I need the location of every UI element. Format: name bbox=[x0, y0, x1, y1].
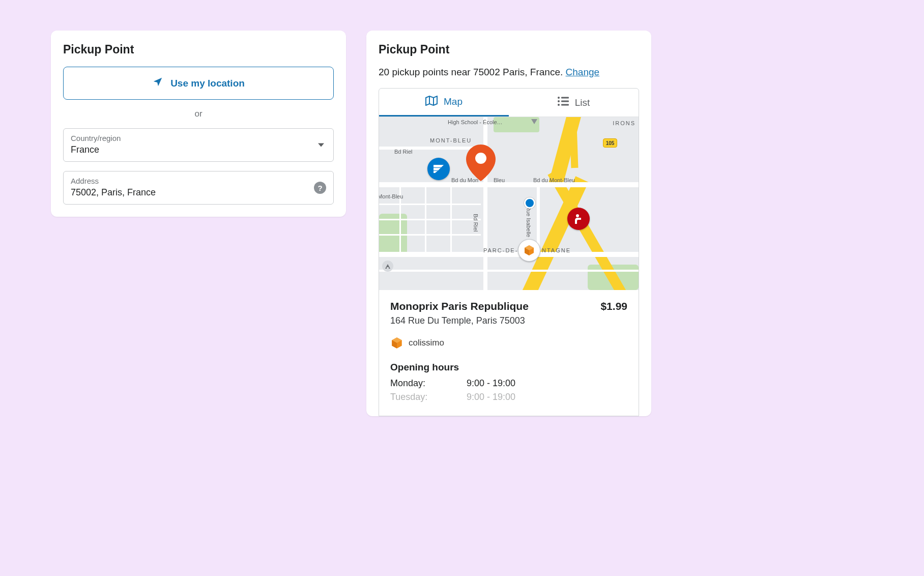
chevron-down-icon bbox=[318, 143, 324, 147]
tab-list-label: List bbox=[575, 97, 590, 108]
map-label: IRONS bbox=[613, 120, 636, 126]
hours-row: Tuesday: 9:00 - 19:00 bbox=[390, 392, 627, 402]
map-label: Bd du Mont-Bleu bbox=[533, 177, 575, 183]
change-link[interactable]: Change bbox=[566, 67, 600, 77]
poi-icon bbox=[531, 118, 538, 125]
map-label: u Mont-Bleu bbox=[379, 193, 403, 199]
tab-list[interactable]: List bbox=[509, 89, 639, 117]
opening-hours-title: Opening hours bbox=[390, 362, 627, 373]
address-value: 75002, Paris, France bbox=[71, 187, 326, 198]
country-value: France bbox=[71, 145, 326, 155]
colissimo-icon bbox=[390, 336, 403, 350]
hours-day: Tuesday: bbox=[390, 392, 467, 402]
pickup-name: Monoprix Paris Republique bbox=[390, 300, 529, 312]
carrier-pin-colissimo[interactable] bbox=[518, 239, 540, 262]
help-icon[interactable]: ? bbox=[314, 182, 326, 194]
map-label: Rue Isabelle bbox=[526, 206, 532, 237]
carrier-pin-red[interactable] bbox=[567, 208, 590, 230]
svg-point-6 bbox=[475, 153, 486, 164]
svg-rect-5 bbox=[561, 104, 569, 106]
pickup-detail: Monoprix Paris Republique $1.99 164 Rue … bbox=[379, 290, 639, 416]
hours-row: Monday: 9:00 - 19:00 bbox=[390, 378, 627, 389]
map-label: High School - École… bbox=[448, 119, 503, 125]
map-label: PARC-DE- bbox=[483, 247, 518, 253]
results-card-title: Pickup Point bbox=[379, 43, 639, 56]
country-label: Country/region bbox=[71, 134, 326, 142]
tab-map-label: Map bbox=[444, 96, 463, 107]
svg-point-4 bbox=[558, 104, 560, 106]
location-card-title: Pickup Point bbox=[63, 43, 334, 56]
carrier-name: colissimo bbox=[409, 338, 444, 348]
hours-time: 9:00 - 19:00 bbox=[467, 378, 515, 389]
location-card: Pickup Point Use my location or Country/… bbox=[51, 31, 346, 217]
svg-rect-1 bbox=[561, 97, 569, 99]
location-arrow-icon bbox=[152, 76, 163, 90]
results-summary: 20 pickup points near 75002 Paris, Franc… bbox=[379, 67, 639, 78]
hours-day: Monday: bbox=[390, 378, 467, 389]
map-label: Bd Riel bbox=[473, 214, 479, 232]
country-select[interactable]: Country/region France bbox=[63, 128, 334, 162]
map-background: High School - École… MONT-BLEU Bd Riel B… bbox=[379, 117, 639, 290]
hours-time: 9:00 - 19:00 bbox=[467, 392, 515, 402]
use-my-location-button[interactable]: Use my location bbox=[63, 67, 334, 100]
svg-point-2 bbox=[558, 100, 560, 102]
or-divider: or bbox=[63, 109, 334, 119]
map-label: Bd Riel bbox=[394, 149, 412, 155]
user-location-dot bbox=[524, 197, 535, 209]
results-card: Pickup Point 20 pickup points near 75002… bbox=[366, 31, 651, 416]
view-tabs: Map List bbox=[379, 89, 639, 117]
pickup-picker: Map List bbox=[379, 88, 639, 416]
carrier-badge: colissimo bbox=[390, 336, 627, 350]
map-icon bbox=[425, 96, 438, 108]
svg-point-0 bbox=[558, 97, 560, 99]
list-icon bbox=[558, 97, 569, 108]
poi-icon bbox=[382, 261, 393, 272]
pickup-address: 164 Rue Du Temple, Paris 75003 bbox=[390, 315, 627, 326]
svg-rect-3 bbox=[561, 101, 569, 102]
carrier-pin-blue[interactable] bbox=[427, 158, 450, 180]
address-field[interactable]: Address 75002, Paris, France ? bbox=[63, 171, 334, 205]
selected-pin-icon[interactable] bbox=[466, 145, 496, 183]
use-my-location-label: Use my location bbox=[170, 78, 245, 89]
route-shield: 105 bbox=[603, 138, 617, 148]
map-label: MONT-BLEU bbox=[430, 137, 472, 143]
svg-point-7 bbox=[576, 214, 579, 217]
address-label: Address bbox=[71, 177, 326, 185]
pickup-price: $1.99 bbox=[600, 300, 627, 312]
summary-text: 20 pickup points near 75002 Paris, Franc… bbox=[379, 67, 566, 77]
map-view[interactable]: High School - École… MONT-BLEU Bd Riel B… bbox=[379, 117, 639, 290]
tab-map[interactable]: Map bbox=[379, 89, 509, 117]
map-label: NTAGNE bbox=[542, 247, 571, 253]
